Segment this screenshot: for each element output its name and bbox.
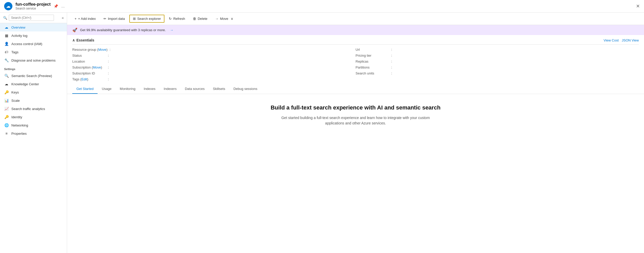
tab-usage[interactable]: Usage	[98, 84, 116, 94]
delete-label: Delete	[198, 17, 208, 21]
search-explorer-button[interactable]: ⊞ Search explorer	[129, 15, 165, 23]
move-label: Move	[220, 17, 228, 21]
essentials-subscription-row: Subscription (Move) :	[72, 64, 356, 70]
settings-section-label: Settings	[0, 64, 67, 72]
search-explorer-label: Search explorer	[137, 17, 161, 21]
knowledge-center-icon: ☁	[4, 82, 9, 86]
add-index-button[interactable]: + + Add index	[71, 15, 99, 22]
import-data-label: Import data	[108, 17, 125, 21]
url-label: Url	[356, 48, 389, 52]
access-control-icon: 👤	[4, 42, 9, 46]
essentials-actions: View Cost JSON View	[603, 38, 639, 42]
refresh-icon: ↻	[169, 17, 172, 21]
networking-icon: 🌐	[4, 123, 9, 127]
subscription-id-label: Subscription ID	[72, 71, 106, 75]
subscription-move-link[interactable]: Move	[93, 65, 101, 69]
tags-label: Tags (Edit)	[72, 77, 106, 81]
essentials-search-units-row: Search units :	[356, 70, 639, 76]
essentials-left-column: Resource group (Move) : Status : Locatio…	[72, 47, 356, 82]
tab-monitoring[interactable]: Monitoring	[116, 84, 140, 94]
essentials-section: ∧ Essentials View Cost JSON View Resourc…	[67, 35, 644, 84]
search-icon: 🔍	[3, 16, 7, 20]
more-icon[interactable]: …	[61, 4, 65, 8]
pin-icon[interactable]: 📌	[54, 4, 58, 8]
sidebar-item-diagnose[interactable]: 🔧 Diagnose and solve problems	[0, 56, 67, 64]
availability-banner: 🚀 Get 99.9% availability guaranteed with…	[67, 25, 644, 35]
sidebar-item-knowledge-center-label: Knowledge Center	[11, 82, 39, 86]
content-area: 🚀 Get 99.9% availability guaranteed with…	[67, 25, 644, 253]
diagnose-icon: 🔧	[4, 58, 9, 62]
sidebar-item-activity-log-label: Activity log	[11, 34, 27, 38]
banner-arrow-icon[interactable]: →	[170, 28, 173, 32]
sidebar-item-diagnose-label: Diagnose and solve problems	[11, 58, 55, 62]
sidebar-item-properties[interactable]: ≡ Properties	[0, 129, 67, 138]
tab-get-started[interactable]: Get Started	[72, 84, 98, 94]
essentials-collapse-icon[interactable]: ∧	[72, 38, 75, 42]
sidebar: 🔍 « ☁ Overview ▦ Activity log 👤 Access c…	[0, 13, 67, 253]
delete-icon: 🗑	[193, 17, 196, 21]
search-input[interactable]	[9, 15, 54, 21]
app-title: fun-coffee-project	[15, 2, 51, 7]
toolbar: + + Add index ✏ Import data ⊞ Search exp…	[67, 13, 644, 25]
sidebar-item-networking[interactable]: 🌐 Networking	[0, 121, 67, 129]
semantic-search-icon: 🔍	[4, 74, 9, 78]
activity-log-icon: ▦	[4, 33, 9, 38]
sidebar-item-tags[interactable]: 🏷 Tags	[0, 48, 67, 56]
sidebar-item-keys[interactable]: 🔑 Keys	[0, 88, 67, 96]
identity-icon: 🔑	[4, 115, 9, 119]
sidebar-item-tags-label: Tags	[11, 50, 18, 54]
delete-button[interactable]: 🗑 Delete	[189, 15, 211, 22]
essentials-grid: Resource group (Move) : Status : Locatio…	[72, 45, 639, 84]
tab-indexers[interactable]: Indexers	[160, 84, 181, 94]
sidebar-item-semantic-search[interactable]: 🔍 Semantic Search (Preview)	[0, 72, 67, 80]
tab-debug-sessions[interactable]: Debug sessions	[229, 84, 261, 94]
pricing-tier-label: Pricing tier	[356, 54, 389, 57]
essentials-title: ∧ Essentials	[72, 38, 94, 42]
top-bar: ☁ fun-coffee-project Search service 📌 … …	[0, 0, 644, 13]
get-started-title: Build a full-text search experience with…	[72, 104, 639, 111]
properties-icon: ≡	[4, 131, 9, 136]
close-icon[interactable]: ✕	[636, 3, 640, 9]
tab-data-sources[interactable]: Data sources	[181, 84, 209, 94]
partitions-label: Partitions	[356, 65, 389, 69]
essentials-right-column: Url : Pricing tier : Replicas : Partit	[356, 47, 639, 82]
import-data-icon: ✏	[104, 17, 106, 21]
essentials-status-row: Status :	[72, 53, 356, 58]
resource-group-label: Resource group (Move)	[72, 48, 108, 52]
refresh-button[interactable]: ↻ Refresh	[165, 15, 188, 22]
sidebar-item-scale[interactable]: 📊 Scale	[0, 96, 67, 105]
view-cost-link[interactable]: View Cost	[603, 38, 618, 42]
essentials-tags-row: Tags (Edit) :	[72, 76, 356, 82]
search-traffic-analytics-icon: 📈	[4, 107, 9, 111]
sidebar-item-overview[interactable]: ☁ Overview	[0, 23, 67, 31]
sidebar-item-identity[interactable]: 🔑 Identity	[0, 113, 67, 121]
sidebar-item-access-control[interactable]: 👤 Access control (IAM)	[0, 40, 67, 48]
tab-indexes[interactable]: Indexes	[140, 84, 160, 94]
tab-skillsets[interactable]: Skillsets	[209, 84, 229, 94]
sidebar-item-activity-log[interactable]: ▦ Activity log	[0, 31, 67, 40]
resource-group-move-link[interactable]: Move	[98, 48, 106, 52]
sidebar-item-keys-label: Keys	[11, 90, 19, 94]
tags-edit-link[interactable]: Edit	[81, 77, 87, 81]
app-icon: ☁	[4, 2, 12, 10]
sidebar-item-search-traffic-analytics[interactable]: 📈 Search traffic analytics	[0, 105, 67, 113]
subscription-label: Subscription (Move)	[72, 65, 106, 69]
move-icon: →	[215, 17, 219, 21]
essentials-subscription-id-row: Subscription ID :	[72, 70, 356, 76]
scale-icon: 📊	[4, 98, 9, 103]
json-view-link[interactable]: JSON View	[622, 38, 639, 42]
get-started-content: Build a full-text search experience with…	[67, 94, 644, 136]
sidebar-item-knowledge-center[interactable]: ☁ Knowledge Center	[0, 80, 67, 88]
sidebar-item-properties-label: Properties	[11, 132, 27, 136]
essentials-partitions-row: Partitions :	[356, 64, 639, 70]
import-data-button[interactable]: ✏ Import data	[100, 15, 128, 22]
sidebar-item-overview-label: Overview	[11, 26, 25, 29]
move-dropdown-icon: ∨	[231, 17, 233, 21]
sidebar-item-access-control-label: Access control (IAM)	[11, 42, 42, 46]
location-label: Location	[72, 60, 106, 63]
move-button[interactable]: → Move ∨	[212, 15, 237, 22]
main-layout: 🔍 « ☁ Overview ▦ Activity log 👤 Access c…	[0, 13, 644, 253]
collapse-sidebar-button[interactable]: «	[62, 16, 64, 20]
essentials-title-text: Essentials	[76, 38, 94, 42]
sidebar-item-scale-label: Scale	[11, 99, 20, 103]
